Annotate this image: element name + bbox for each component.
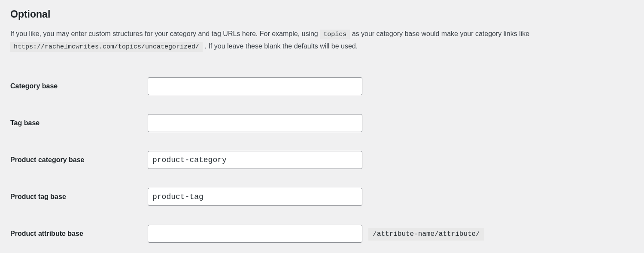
row-product-tag-base: Product tag base: [10, 178, 634, 215]
product-attribute-base-suffix: /attribute-name/attribute/: [368, 228, 484, 241]
label-product-tag-base: Product tag base: [10, 178, 148, 215]
input-tag-base[interactable]: [148, 114, 362, 132]
section-description: If you like, you may enter custom struct…: [10, 28, 634, 52]
row-product-category-base: Product category base: [10, 142, 634, 178]
description-text-3: . If you leave these blank the defaults …: [205, 42, 358, 50]
label-product-attribute-base: Product attribute base: [10, 215, 148, 252]
input-product-tag-base[interactable]: [148, 188, 362, 206]
description-text-2: as your category base would make your ca…: [352, 30, 530, 37]
input-product-category-base[interactable]: [148, 151, 362, 169]
optional-settings-table: Category base Tag base Product category …: [10, 68, 634, 252]
description-code-url: https://rachelmcwrites.com/topics/uncate…: [10, 42, 203, 52]
description-text-1: If you like, you may enter custom struct…: [10, 30, 320, 37]
row-product-attribute-base: Product attribute base /attribute-name/a…: [10, 215, 634, 252]
label-product-category-base: Product category base: [10, 142, 148, 178]
row-tag-base: Tag base: [10, 105, 634, 142]
description-code-topics: topics: [320, 30, 350, 39]
input-category-base[interactable]: [148, 77, 362, 95]
row-category-base: Category base: [10, 68, 634, 105]
section-heading: Optional: [10, 9, 634, 20]
label-category-base: Category base: [10, 68, 148, 105]
input-product-attribute-base[interactable]: [148, 225, 362, 243]
label-tag-base: Tag base: [10, 105, 148, 142]
